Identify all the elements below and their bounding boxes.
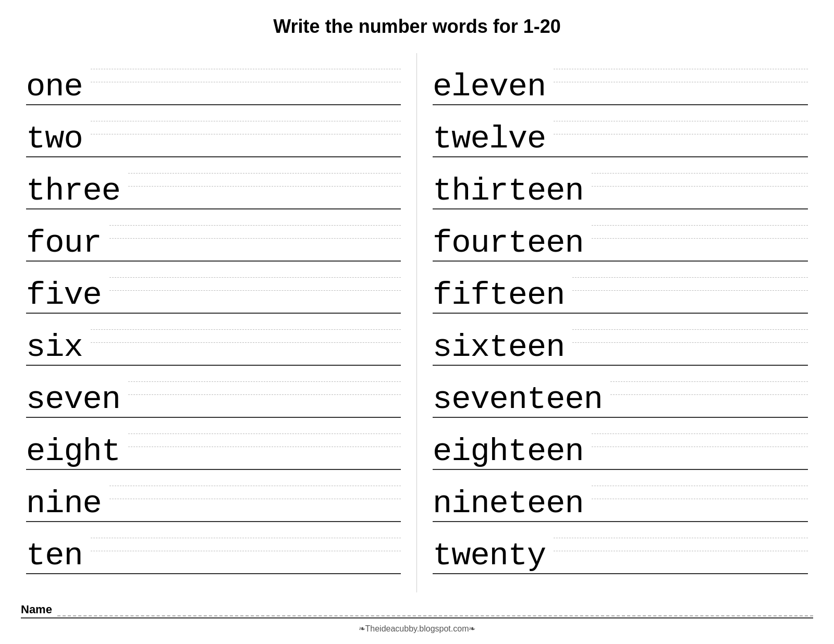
word-label-four: four (26, 227, 102, 262)
writing-lines-seven[interactable] (128, 366, 401, 417)
word-row-twenty: twenty (433, 522, 808, 574)
right-column: eleventwelvethirteenfourteenfifteensixte… (417, 53, 813, 592)
guide-line-mid (592, 186, 808, 187)
word-row-ten: ten (26, 522, 401, 574)
guide-line-top (128, 434, 401, 434)
guide-line-top (128, 173, 401, 174)
word-label-eleven: eleven (433, 71, 546, 105)
guide-line-top (592, 225, 808, 226)
guide-line-top (91, 329, 401, 330)
writing-lines-twenty[interactable] (554, 522, 808, 573)
guide-line-top (554, 538, 808, 538)
guide-line-top (109, 486, 401, 486)
writing-lines-one[interactable] (91, 53, 401, 104)
word-row-thirteen: thirteen (433, 157, 808, 209)
word-label-seventeen: seventeen (433, 383, 603, 418)
footer-text: ❧Theideacubby.blogspot.com❧ (359, 624, 476, 634)
word-row-twelve: twelve (433, 105, 808, 157)
writing-lines-thirteen[interactable] (592, 157, 808, 208)
guide-line-mid (128, 447, 401, 447)
writing-lines-six[interactable] (91, 314, 401, 365)
guide-line-top (91, 538, 401, 538)
guide-line-mid (592, 238, 808, 239)
guide-line-mid (91, 342, 401, 343)
name-line[interactable] (57, 606, 813, 616)
word-label-eighteen: eighteen (433, 436, 584, 470)
word-label-eight: eight (26, 436, 120, 470)
word-label-nineteen: nineteen (433, 488, 584, 522)
guide-line-top (572, 329, 808, 330)
writing-lines-twelve[interactable] (554, 105, 808, 156)
word-row-seventeen: seventeen (433, 366, 808, 418)
writing-lines-seventeen[interactable] (610, 366, 808, 417)
word-label-fourteen: fourteen (433, 227, 584, 262)
word-label-twenty: twenty (433, 540, 546, 574)
writing-lines-five[interactable] (109, 262, 401, 313)
word-row-eighteen: eighteen (433, 418, 808, 470)
page-title: Write the number words for 1-20 (273, 16, 560, 38)
guide-line-mid (91, 134, 401, 134)
guide-line-mid (91, 551, 401, 551)
word-label-fifteen: fifteen (433, 279, 565, 314)
word-row-one: one (26, 53, 401, 105)
guide-line-top (592, 486, 808, 486)
guide-line-top (109, 225, 401, 226)
word-row-sixteen: sixteen (433, 314, 808, 366)
word-label-three: three (26, 175, 120, 209)
word-label-five: five (26, 279, 102, 314)
word-row-nineteen: nineteen (433, 470, 808, 522)
left-column: onetwothreefourfivesixseveneightnineten (21, 53, 417, 592)
writing-lines-two[interactable] (91, 105, 401, 156)
guide-line-mid (610, 394, 808, 395)
word-row-six: six (26, 314, 401, 366)
worksheet: onetwothreefourfivesixseveneightnineten … (21, 53, 813, 592)
word-row-fifteen: fifteen (433, 262, 808, 314)
guide-line-mid (592, 499, 808, 499)
word-row-nine: nine (26, 470, 401, 522)
word-row-three: three (26, 157, 401, 209)
word-row-two: two (26, 105, 401, 157)
writing-lines-eight[interactable] (128, 418, 401, 469)
guide-line-mid (128, 394, 401, 395)
guide-line-mid (554, 134, 808, 134)
writing-lines-ten[interactable] (91, 522, 401, 573)
word-label-nine: nine (26, 488, 102, 522)
guide-line-mid (572, 342, 808, 343)
guide-line-mid (128, 186, 401, 187)
word-row-four: four (26, 209, 401, 262)
guide-line-top (592, 434, 808, 434)
word-label-seven: seven (26, 383, 120, 418)
guide-line-mid (109, 290, 401, 291)
word-label-one: one (26, 71, 83, 105)
name-label: Name (21, 603, 52, 616)
writing-lines-nine[interactable] (109, 470, 401, 521)
writing-lines-three[interactable] (128, 157, 401, 208)
guide-line-top (592, 173, 808, 174)
word-row-eight: eight (26, 418, 401, 470)
guide-line-mid (572, 290, 808, 291)
word-label-sixteen: sixteen (433, 331, 565, 366)
guide-line-mid (109, 499, 401, 499)
word-row-fourteen: fourteen (433, 209, 808, 262)
guide-line-top (109, 277, 401, 278)
word-label-thirteen: thirteen (433, 175, 584, 209)
guide-line-top (554, 69, 808, 69)
guide-line-top (610, 381, 808, 382)
guide-line-mid (91, 82, 401, 82)
word-row-five: five (26, 262, 401, 314)
writing-lines-sixteen[interactable] (572, 314, 808, 365)
word-label-two: two (26, 123, 83, 157)
writing-lines-fifteen[interactable] (572, 262, 808, 313)
guide-line-top (128, 381, 401, 382)
writing-lines-fourteen[interactable] (592, 209, 808, 261)
writing-lines-eighteen[interactable] (592, 418, 808, 469)
word-label-six: six (26, 331, 83, 366)
writing-lines-nineteen[interactable] (592, 470, 808, 521)
writing-lines-eleven[interactable] (554, 53, 808, 104)
word-row-eleven: eleven (433, 53, 808, 105)
guide-line-mid (554, 82, 808, 82)
writing-lines-four[interactable] (109, 209, 401, 261)
guide-line-mid (554, 551, 808, 551)
guide-line-top (554, 121, 808, 121)
guide-line-top (91, 121, 401, 121)
